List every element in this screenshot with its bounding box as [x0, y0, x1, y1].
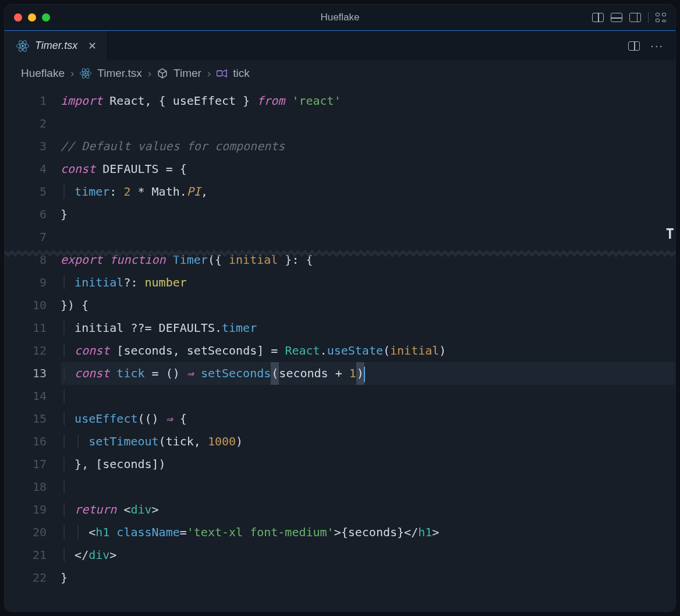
line-number: 15 [5, 408, 47, 430]
layout-grid-icon[interactable] [656, 13, 666, 22]
line-number: 22 [5, 567, 47, 589]
line-number: 11 [5, 317, 47, 339]
line-number: 9 [5, 271, 47, 294]
panel-right-icon[interactable] [629, 13, 641, 22]
line-number: 2 [5, 112, 47, 135]
tab-bar: Timer.tsx ✕ ··· [5, 30, 675, 61]
line-number: 10 [5, 294, 47, 317]
svg-point-4 [85, 72, 87, 74]
tab-bar-actions: ··· [628, 31, 675, 61]
code-line[interactable]: } [61, 203, 675, 226]
window-maximize-button[interactable] [42, 13, 50, 22]
line-number: 13 [5, 362, 47, 385]
titlebar-layout-controls [592, 12, 666, 23]
react-icon [16, 40, 29, 52]
line-number: 5 [5, 180, 47, 203]
code-line[interactable]: │ │ <h1 className='text-xl font-medium'>… [61, 521, 675, 544]
symbol-function-icon [217, 69, 227, 77]
overflow-indicator-icon: T [666, 226, 674, 242]
tab-label: Timer.tsx [35, 40, 77, 52]
code-line[interactable]: │ initial?: number [61, 271, 675, 294]
line-number: 3 [5, 135, 47, 158]
titlebar: Hueflake [5, 5, 675, 30]
code-line[interactable]: │ │ setTimeout(tick, 1000) [61, 430, 675, 453]
split-editor-icon[interactable] [628, 41, 640, 51]
code-line[interactable]: │ return <div> [61, 498, 675, 521]
panel-bottom-icon[interactable] [611, 13, 622, 22]
window-title: Hueflake [5, 12, 675, 23]
code-line[interactable]: │ const [seconds, setSeconds] = React.us… [61, 339, 675, 362]
code-line[interactable]: }) { [61, 294, 675, 317]
line-number: 7 [5, 226, 47, 249]
line-number: 19 [5, 498, 47, 521]
line-number: 14 [5, 385, 47, 408]
line-number: 1 [5, 90, 47, 112]
code-line[interactable]: } [61, 567, 675, 589]
code-line[interactable]: │ useEffect(() ⇒ { [61, 408, 675, 430]
code-line[interactable]: import React, { useEffect } from 'react' [61, 90, 675, 112]
traffic-lights [14, 13, 50, 22]
line-number: 18 [5, 476, 47, 498]
code-line[interactable]: // Default values for components [61, 135, 675, 158]
tab-timer-tsx[interactable]: Timer.tsx ✕ [5, 31, 108, 61]
symbol-module-icon [157, 68, 168, 79]
line-gutter: 1 2 3 4 5 6 7 8 9 10 11 12 13 14 15 16 1… [5, 86, 61, 611]
code-line[interactable]: │ [61, 385, 675, 408]
window-close-button[interactable] [14, 13, 22, 22]
line-number: 17 [5, 453, 47, 476]
code-line[interactable]: │ timer: 2 * Math.PI, [61, 180, 675, 203]
breadcrumb-symbol[interactable]: Timer [173, 67, 201, 80]
code-line[interactable] [61, 112, 675, 135]
code-line[interactable]: const DEFAULTS = { [61, 158, 675, 180]
code-area[interactable]: import React, { useEffect } from 'react'… [61, 86, 675, 611]
breadcrumb-symbol[interactable]: tick [233, 67, 250, 80]
code-editor[interactable]: 1 2 3 4 5 6 7 8 9 10 11 12 13 14 15 16 1… [5, 86, 675, 611]
divider [648, 12, 649, 23]
chevron-right-icon: › [70, 67, 74, 80]
code-fold-separator [5, 250, 675, 257]
code-line[interactable] [61, 226, 675, 249]
breadcrumb-file[interactable]: Timer.tsx [97, 67, 141, 80]
chevron-right-icon: › [207, 67, 211, 80]
line-number: 4 [5, 158, 47, 180]
code-line[interactable]: │ initial ??= DEFAULTS.timer [61, 317, 675, 339]
line-number: 12 [5, 339, 47, 362]
breadcrumb[interactable]: Hueflake › Timer.tsx › Timer › tick [5, 61, 675, 86]
tab-close-icon[interactable]: ✕ [88, 40, 97, 52]
react-icon [80, 68, 91, 79]
code-line[interactable]: │ const tick = () ⇒ setSeconds(seconds +… [61, 362, 675, 385]
more-actions-icon[interactable]: ··· [650, 39, 664, 52]
code-line[interactable]: │ }, [seconds]) [61, 453, 675, 476]
panel-left-icon[interactable] [592, 13, 604, 22]
line-number: 20 [5, 521, 47, 544]
line-number: 16 [5, 430, 47, 453]
code-line[interactable]: │ </div> [61, 544, 675, 567]
line-number: 21 [5, 544, 47, 567]
breadcrumb-root[interactable]: Hueflake [21, 67, 65, 80]
svg-point-0 [22, 45, 24, 47]
chevron-right-icon: › [148, 67, 151, 80]
text-cursor [364, 367, 365, 382]
editor-window: Hueflake Timer.tsx ✕ ··· Hueflake › Ti [5, 5, 675, 611]
code-line[interactable]: │ [61, 476, 675, 498]
window-minimize-button[interactable] [28, 13, 36, 22]
line-number: 6 [5, 203, 47, 226]
svg-rect-8 [217, 71, 222, 76]
